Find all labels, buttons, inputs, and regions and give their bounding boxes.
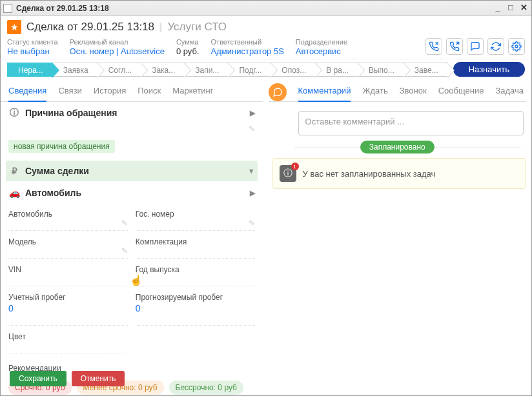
edit-icon[interactable]: ✎ [121,219,128,228]
header: ★ Сделка от 29.01.25 13:18 | Услуги СТО … [1,16,531,59]
field-mileage[interactable]: Учетный пробег0 [8,289,128,326]
phone-in-icon[interactable] [425,38,442,55]
rec-no-urgent[interactable]: Бессрочно: 0 руб [169,381,243,395]
sum-field[interactable]: Сумма 0 руб. [176,38,200,56]
stage-1[interactable]: Нера... [7,63,53,77]
field-color[interactable]: Цвет [8,328,127,353]
chevron-right-icon: ▶ [250,189,255,197]
tab-details[interactable]: Сведения [8,86,46,102]
car-icon: 🚗 [8,188,20,198]
edit-icon[interactable]: ✎ [249,124,255,134]
badge: 1 [291,163,299,170]
document-icon [3,4,12,13]
tab-history[interactable]: История [94,86,126,101]
field-komplekt[interactable]: Комплектация [136,233,255,259]
phone-out-icon[interactable] [446,38,463,55]
responsible-field[interactable]: Ответственный Администратор 5S [211,38,284,56]
tab-task[interactable]: Задача [495,86,524,101]
field-vin[interactable]: VIN [8,261,128,286]
assign-button[interactable]: Назначить [453,62,525,77]
section-reason[interactable]: ⓘ Причина обращения ▶ [6,102,258,124]
client-status-field[interactable]: Статус клиента Не выбран [7,38,58,56]
maximize-button[interactable]: □ [506,3,516,14]
window-controls: _ □ ✕ [493,3,529,14]
tab-links[interactable]: Связи [58,86,81,101]
window: Сделка от 29.01.25 13:18 _ □ ✕ ★ Сделка … [0,0,532,396]
tab-comment[interactable]: Комментарий [298,86,351,102]
chevron-down-icon: ▼ [248,167,255,175]
edit-icon[interactable]: ✎ [121,246,128,255]
tab-message[interactable]: Сообщение [438,86,484,101]
window-title: Сделка от 29.01.25 13:18 [16,4,493,13]
left-panel: Сведения Связи История Поиск Маркетинг ⓘ… [1,81,263,396]
minimize-button[interactable]: _ [493,3,503,14]
chat-icon[interactable] [467,38,484,55]
chat-bubble-icon[interactable] [269,83,287,101]
car-fields: Автомобиль✎ Гос. номер✎ Модель✎ Комплект… [6,203,258,359]
planned-badge: Запланировано [269,142,526,152]
titlebar: Сделка от 29.01.25 13:18 _ □ ✕ [1,1,531,16]
field-year[interactable]: Год выпуска [136,261,255,286]
tab-call[interactable]: Звонок [400,86,427,101]
task-info-icon: ⓘ1 [280,165,296,182]
stage-3[interactable]: Согл... [98,63,141,77]
stage-bar: Нера... Заявка Согл... Зака... Запи... П… [1,59,531,81]
stage-10[interactable]: Заве... [404,63,448,77]
stage-7[interactable]: Опоз... [271,63,316,77]
stage-5[interactable]: Запи... [185,63,229,77]
chevron-right-icon: ▶ [250,109,255,117]
deal-title: Сделка от 29.01.25 13:18 [26,21,154,34]
ad-channel-field[interactable]: Рекламный канал Осн. номер | Autoservice [70,38,165,56]
task-row[interactable]: ⓘ1 У вас нет запланированных задач [272,158,526,189]
tab-search[interactable]: Поиск [138,86,161,101]
stage-4[interactable]: Зака... [141,63,185,77]
edit-icon[interactable]: ✎ [249,219,255,228]
cancel-button[interactable]: Отменить [72,371,125,386]
action-bar: Сохранить Отменить [10,371,125,386]
save-button[interactable]: Сохранить [10,371,66,386]
money-icon: ₽ [8,166,20,176]
info-icon: ⓘ [8,107,20,119]
right-panel: Комментарий Ждать Звонок Сообщение Задач… [263,81,531,396]
tab-marketing[interactable]: Маркетинг [172,86,213,101]
left-tabs: Сведения Связи История Поиск Маркетинг [1,81,263,102]
close-button[interactable]: ✕ [518,3,529,14]
deal-subtitle: Услуги СТО [167,21,227,34]
comment-input[interactable]: Оставьте комментарий ... [298,111,524,135]
reason-tag[interactable]: новая причина обращения [8,140,115,153]
refresh-icon[interactable] [487,38,504,55]
section-auto[interactable]: 🚗 Автомобиль ▶ [6,183,258,203]
field-auto[interactable]: Автомобиль✎ [8,206,128,231]
section-deal-sum[interactable]: ₽ Сумма сделки ▼ [6,161,258,181]
field-model[interactable]: Модель✎ [8,233,128,259]
gear-icon[interactable] [508,38,525,55]
department-field[interactable]: Подразделение Автосервис [296,38,347,56]
header-toolbar [425,38,525,56]
tab-wait[interactable]: Ждать [362,86,387,101]
field-forecast[interactable]: Прогнозируемый пробег0 [136,289,255,326]
stage-2[interactable]: Заявка [53,63,98,77]
svg-point-0 [515,45,518,48]
right-tabs: Комментарий Ждать Звонок Сообщение Задач… [269,81,526,102]
field-gos[interactable]: Гос. номер✎ [136,206,255,231]
star-icon: ★ [7,20,21,34]
stage-9[interactable]: Выпо... [358,63,404,77]
